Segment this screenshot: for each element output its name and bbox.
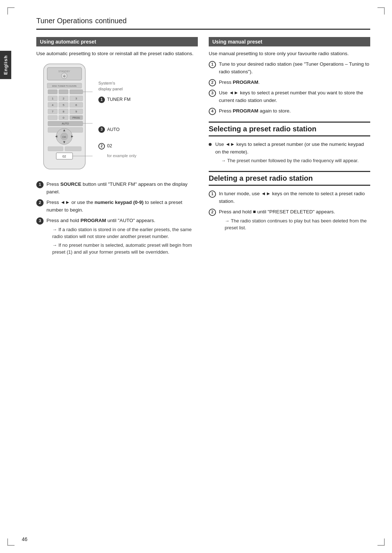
corner-mark-br [377, 538, 385, 546]
two-column-layout: Using automatic preset Use automatic pre… [36, 37, 370, 259]
label-num-2: 2 [98, 143, 105, 149]
selecting-bullet-text: Use ◄► keys to select a preset number (o… [215, 141, 370, 164]
title-suffix: continued [95, 17, 127, 25]
deleting-step-1: 1 In tuner mode, use ◄► keys on the remo… [209, 190, 370, 205]
bullet-dot-1 [209, 143, 212, 146]
step-num-3: 3 [36, 217, 44, 225]
corner-mark-bl [7, 538, 15, 546]
deleting-step-2: 2 Press and hold ■ until "PRESET DELETED… [209, 208, 370, 232]
svg-text:⏻: ⏻ [63, 75, 66, 77]
manual-step-num-2: 2 [209, 79, 216, 86]
svg-text:►: ► [70, 134, 74, 138]
step-3-note1: →If a radio station is stored in one of … [46, 226, 198, 240]
label-02-row: 2 02 [98, 141, 112, 151]
step-3-note2: →If no preset number is selected, automa… [46, 242, 198, 256]
remote-diagram-container: STANDBY ⏻ DISC TUNER TV AUX/IN [36, 62, 198, 176]
auto-preset-intro: Use automatic presetting to store or rei… [36, 50, 198, 58]
step-3-text: Press and hold PROGRAM until "AUTO" appe… [46, 218, 155, 223]
svg-text:0: 0 [63, 116, 65, 119]
svg-text:02: 02 [62, 155, 66, 158]
label-num-3: 3 [98, 126, 105, 133]
corner-mark-tl [7, 7, 15, 15]
selecting-bullet: Use ◄► keys to select a preset number (o… [209, 141, 370, 164]
deleting-step-num-1: 1 [209, 191, 216, 198]
right-column: Using manual preset Use manual presettin… [209, 37, 370, 259]
svg-text:DISC  TUNER  TV  AUX/IN: DISC TUNER TV AUX/IN [52, 85, 76, 87]
deleting-step-2-text: Press and hold ■ until "PRESET DELETED" … [219, 209, 335, 214]
deleting-step-num-2: 2 [209, 209, 216, 216]
svg-text:9: 9 [75, 110, 77, 113]
label-tuner-fm-text: TUNER FM [107, 95, 131, 105]
page-number: 46 [22, 536, 28, 542]
step-1-text: Press SOURCE button until "TUNER FM" app… [46, 181, 198, 196]
deleting-note: →The radio station continues to play but… [219, 217, 370, 232]
svg-text:5: 5 [63, 103, 65, 107]
svg-text:STANDBY: STANDBY [58, 70, 70, 73]
deleting-step-2-content: Press and hold ■ until "PRESET DELETED" … [219, 208, 370, 232]
language-tab: English [0, 51, 11, 79]
manual-step-4-text: Press PROGRAM again to store. [219, 107, 370, 115]
svg-text:3: 3 [75, 97, 77, 100]
title-main: Tuner Operations [36, 17, 93, 25]
step-3-auto: 3 Press and hold PROGRAM until "AUTO" ap… [36, 217, 198, 256]
step-num-1: 1 [36, 181, 44, 188]
selecting-title: Selecting a preset radio station [209, 125, 370, 133]
manual-step-num-4: 4 [209, 108, 216, 115]
corner-mark-tr [377, 7, 385, 15]
label-02-text: 02 [107, 141, 112, 151]
selecting-bullet-content: Use ◄► keys to select a preset number (o… [215, 142, 364, 155]
svg-rect-9 [70, 90, 83, 94]
manual-step-1: 1 Tune to your desired radio station (se… [209, 61, 370, 76]
manual-preset-intro: Use manual presetting to store only your… [209, 50, 370, 58]
step-1-auto: 1 Press SOURCE button until "TUNER FM" a… [36, 181, 198, 196]
manual-step-4: 4 Press PROGRAM again to store. [209, 107, 370, 115]
svg-text:PROG: PROG [73, 116, 80, 119]
svg-text:◄: ◄ [54, 134, 58, 138]
label-num-1: 1 [98, 97, 105, 103]
svg-rect-28 [48, 115, 57, 120]
manual-step-num-1: 1 [209, 61, 216, 68]
svg-rect-44 [65, 147, 81, 151]
svg-rect-7 [48, 90, 57, 94]
manual-preset-header: Using manual preset [209, 37, 370, 46]
systems-display-label: System'sdisplay panel [98, 80, 136, 92]
deleting-section-title-bar: Deleting a preset radio station [209, 171, 370, 186]
remote-labels: System'sdisplay panel 1 TUNER FM 3 AUTO … [98, 62, 136, 160]
manual-step-2: 2 Press PROGRAM. [209, 79, 370, 86]
step-3-content: Press and hold PROGRAM until "AUTO" appe… [46, 217, 198, 256]
svg-rect-43 [48, 147, 63, 151]
svg-text:OK: OK [62, 135, 66, 139]
label-auto-text: AUTO [107, 125, 120, 135]
selecting-note-text: The preset number followed by the radio … [227, 158, 359, 163]
left-column: Using automatic preset Use automatic pre… [36, 37, 198, 259]
manual-step-3-text: Use ◄► keys to select a preset number th… [219, 89, 370, 105]
deleting-note-text: The radio station continues to play but … [225, 218, 367, 231]
svg-text:AUTO: AUTO [62, 122, 69, 125]
step-2-text: Press ◄► or use the numeric keypad (0-9)… [46, 199, 198, 214]
svg-text:1: 1 [52, 97, 54, 100]
auto-preset-header: Using automatic preset [36, 37, 198, 46]
manual-step-1-text: Tune to your desired radio station (see … [219, 61, 370, 76]
svg-rect-8 [59, 90, 68, 94]
manual-step-num-3: 3 [209, 90, 216, 97]
page: English Tuner Operations continued Using… [0, 0, 392, 553]
manual-step-3: 3 Use ◄► keys to select a preset number … [209, 89, 370, 105]
deleting-title: Deleting a preset radio station [209, 174, 370, 183]
for-example-label: for example only [98, 151, 136, 160]
label-tuner-fm: 1 TUNER FM [98, 95, 136, 105]
label-02: 2 02 for example only [98, 141, 136, 160]
selecting-note: →The preset number followed by the radio… [215, 157, 370, 164]
svg-text:8: 8 [63, 110, 65, 113]
remote-image: STANDBY ⏻ DISC TUNER TV AUX/IN [36, 62, 93, 176]
svg-text:2: 2 [63, 97, 65, 100]
page-title: Tuner Operations continued [36, 15, 370, 30]
svg-text:6: 6 [75, 103, 77, 107]
svg-text:▼: ▼ [62, 140, 66, 144]
svg-text:4: 4 [52, 103, 54, 107]
deleting-step-1-text: In tuner mode, use ◄► keys on the remote… [219, 190, 370, 205]
svg-text:▲: ▲ [62, 128, 66, 132]
manual-step-2-text: Press PROGRAM. [219, 79, 370, 86]
selecting-section-title-bar: Selecting a preset radio station [209, 122, 370, 136]
svg-text:7: 7 [52, 110, 54, 113]
step-num-2: 2 [36, 199, 44, 206]
